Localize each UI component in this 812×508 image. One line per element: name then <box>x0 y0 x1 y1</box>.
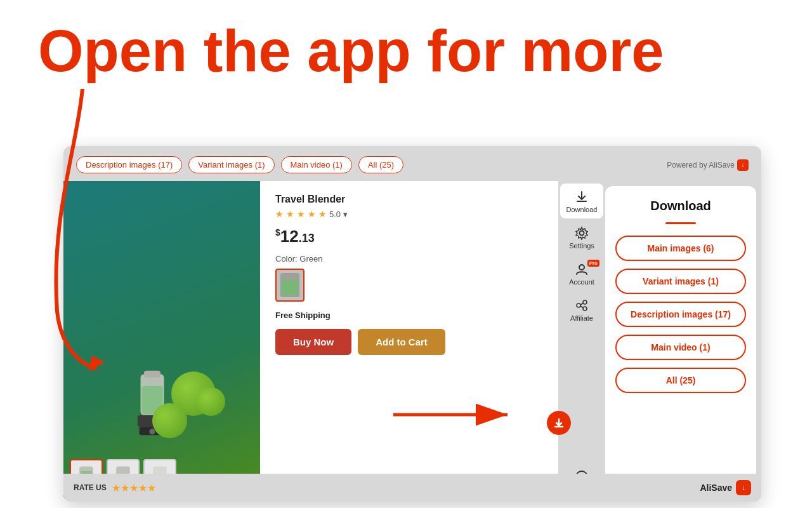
download-fab-button[interactable] <box>547 411 571 435</box>
powered-by: Powered by AliSave ↓ <box>667 159 749 171</box>
buy-now-button[interactable]: Buy Now <box>275 329 351 355</box>
icon-sidebar: Download Settings Pro Account <box>558 181 605 498</box>
svg-rect-12 <box>282 280 299 295</box>
filter-chip-all[interactable]: All (25) <box>358 156 403 173</box>
sidebar-item-account[interactable]: Pro Account <box>560 256 603 291</box>
star-4: ★ <box>308 209 316 219</box>
rating-stars: ★★★★★ <box>112 482 156 494</box>
star-1: ★ <box>275 209 284 219</box>
download-panel-underline <box>665 222 696 224</box>
account-icon <box>575 262 589 276</box>
star-rating: ★ ★ ★ ★ ★ 5.0 ▾ <box>275 209 546 219</box>
action-buttons: Buy Now Add to Cart <box>275 329 546 355</box>
rating-value: 5.0 <box>329 210 341 219</box>
price-symbol: $ <box>275 227 280 237</box>
price-cents: .13 <box>299 232 315 244</box>
svg-point-19 <box>577 304 580 307</box>
pro-badge: Pro <box>587 260 599 267</box>
filter-chip-video[interactable]: Main video (1) <box>281 156 352 173</box>
free-shipping-label: Free Shipping <box>275 311 546 320</box>
curved-arrow-icon <box>38 89 165 375</box>
svg-point-18 <box>579 265 584 270</box>
star-3: ★ <box>297 209 305 219</box>
color-swatch-green[interactable] <box>275 269 304 302</box>
product-price: $12.13 <box>275 227 546 246</box>
download-main-images-btn[interactable]: Main images (6) <box>615 236 746 261</box>
sidebar-item-settings[interactable]: Settings <box>560 220 603 255</box>
add-to-cart-button[interactable]: Add to Cart <box>358 329 445 355</box>
rate-us-text: RATE US <box>74 483 107 492</box>
color-label: Color: Green <box>275 254 546 264</box>
download-icon <box>575 190 589 204</box>
content-area: Travel Blender ★ ★ ★ ★ ★ 5.0 ▾ $12.13 Co… <box>63 181 761 498</box>
download-label: Download <box>566 206 598 213</box>
download-fab-icon <box>553 417 565 429</box>
svg-point-17 <box>580 231 584 236</box>
affiliate-label: Affiliate <box>570 314 593 322</box>
svg-point-21 <box>583 307 587 311</box>
alisave-logo: AliSave ↓ <box>700 480 751 495</box>
filter-bar: Description images (17) Variant images (… <box>63 146 761 181</box>
svg-line-23 <box>580 306 583 308</box>
browser-container: Description images (17) Variant images (… <box>63 146 761 502</box>
sidebar-item-affiliate[interactable]: Affiliate <box>560 292 603 327</box>
download-panel: Download Main images (6) Variant images … <box>605 186 756 493</box>
star-5: ★ <box>318 209 327 219</box>
download-variant-images-btn[interactable]: Variant images (1) <box>615 269 746 294</box>
download-main-video-btn[interactable]: Main video (1) <box>615 335 746 360</box>
download-all-btn[interactable]: All (25) <box>615 368 746 393</box>
lime-decoration-2 <box>152 403 187 438</box>
price-whole: 12 <box>280 227 299 246</box>
sidebar-panel: Download Settings Pro Account <box>558 181 761 498</box>
product-details: Travel Blender ★ ★ ★ ★ ★ 5.0 ▾ $12.13 Co… <box>260 181 558 498</box>
bottom-bar: RATE US ★★★★★ AliSave ↓ <box>63 474 761 502</box>
color-swatch-wrap <box>275 269 546 302</box>
alisave-icon: ↓ <box>736 480 751 495</box>
lime-decoration-3 <box>197 387 225 416</box>
download-description-images-btn[interactable]: Description images (17) <box>615 302 746 327</box>
svg-point-20 <box>583 300 587 304</box>
rating-dropdown[interactable]: ▾ <box>343 210 348 219</box>
alisave-small-badge: ↓ <box>737 159 749 171</box>
settings-icon <box>575 226 589 240</box>
svg-line-22 <box>580 304 583 305</box>
filter-chip-variant[interactable]: Variant images (1) <box>188 156 274 173</box>
product-title: Travel Blender <box>275 194 546 205</box>
download-panel-title: Download <box>615 199 746 213</box>
sidebar-item-download[interactable]: Download <box>560 184 603 218</box>
alisave-text: AliSave <box>700 483 732 493</box>
horizontal-arrow <box>393 402 520 430</box>
affiliate-icon <box>575 298 589 312</box>
settings-label: Settings <box>569 242 594 250</box>
account-label: Account <box>569 278 594 286</box>
page-heading: Open the app for more <box>38 19 664 83</box>
star-2: ★ <box>286 209 294 219</box>
